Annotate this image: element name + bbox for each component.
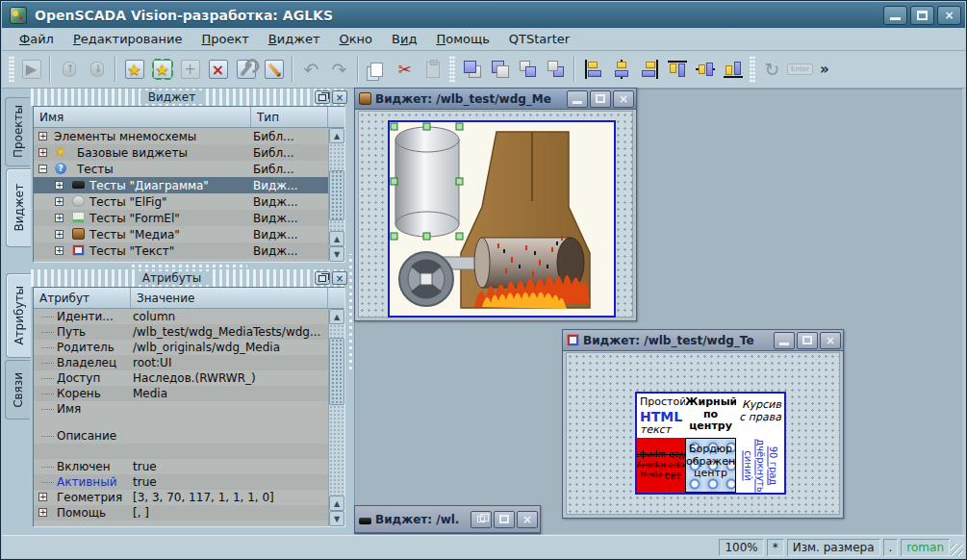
attribute-row[interactable]: Иденти...column [34,309,328,324]
expander-icon[interactable]: + [55,197,64,206]
tree-row[interactable]: + ★ Базовые виджеты Библ... [34,144,328,161]
menu-edit[interactable]: Редактирование [64,30,191,48]
scrollbar-thumb[interactable] [329,338,344,405]
attribute-row[interactable]: КореньMedia [34,386,328,401]
redo-button[interactable]: ↷ [326,56,352,83]
expander-icon[interactable]: − [38,165,47,173]
align-top-button[interactable] [664,56,690,83]
minimize-button[interactable] [567,90,588,108]
raise-top-button[interactable] [459,56,485,83]
minimize-button[interactable] [883,6,907,25]
dock-close-button[interactable]: × [332,271,347,285]
attribute-row[interactable]: Описание [34,428,328,444]
menu-view[interactable]: Вид [382,30,426,48]
attribute-row-clipped[interactable] [34,521,328,526]
tab-attributes[interactable]: Атрибуты [6,273,31,358]
new-widget-button[interactable]: ★ [121,56,147,83]
attribute-row[interactable]: ДоступНаследов.(RWRWR_) [34,370,328,386]
align-vcenter-button[interactable] [692,56,718,83]
mdi-window-titlebar[interactable]: Виджет: /wlb_test/wdg_Me × [355,89,636,110]
widget-edit-area[interactable] [358,111,633,318]
tree-row[interactable]: − ? Тесты Библ... [34,161,328,177]
tab-widget[interactable]: Виджет [6,168,31,247]
scrollbar-thumb[interactable] [329,170,344,220]
cut-button[interactable]: ✂ [392,56,418,83]
expander-icon[interactable]: + [55,181,64,190]
attribute-row[interactable]: Владелецroot:UI [34,355,328,370]
mdi-window-media[interactable]: Виджет: /wlb_test/wdg_Me × [354,88,637,321]
tree-row[interactable]: + Тесты "ElFig" Видж... [34,193,328,210]
mdi-window-titlebar[interactable]: Виджет: /wlb_test/wdg_Te × [563,330,843,351]
toolbar-drag-handle[interactable] [9,56,14,83]
new-library-button[interactable]: ★ [149,56,175,83]
lower-bottom-button[interactable] [487,56,513,83]
toolbar-drag-handle[interactable] [750,56,755,83]
run-widget-button[interactable]: ▶ [18,56,44,83]
expander-icon[interactable]: + [38,132,47,140]
align-right-button[interactable] [636,56,662,83]
restore-button[interactable] [471,511,492,528]
resize-grip[interactable] [951,544,963,556]
menu-project[interactable]: Проект [191,30,258,48]
expander-icon[interactable]: + [38,493,47,501]
copy-button[interactable] [364,56,390,83]
mdi-window-titlebar[interactable]: Виджет: /wl. × [355,506,540,533]
attribute-row[interactable]: +Помощь[, ] [34,505,328,521]
attributes-scrollbar[interactable]: ▲ ▲ ▼ [328,309,344,526]
mdi-window-text[interactable]: Виджет: /wlb_test/wdg_Te × Простой HTML … [562,329,844,519]
expander-icon[interactable]: + [38,148,47,157]
raise-button[interactable] [515,56,541,83]
tree-row[interactable]: + Тесты "FormEl" Видж... [34,210,328,226]
expander-icon[interactable]: + [55,246,64,255]
dock-mdi-splitter[interactable] [347,89,354,534]
dock-float-button[interactable] [315,90,330,104]
maximize-button[interactable] [494,511,515,528]
load-from-db-button[interactable]: ↑ [56,56,82,83]
close-button[interactable]: × [820,332,841,349]
zoom-level-field[interactable]: 100% [719,539,763,556]
attribute-row[interactable]: Включенtrue [34,459,328,474]
undo-button[interactable]: ↶ [298,56,324,83]
scroll-down-button[interactable]: ▼ [329,246,344,262]
add-widget-button[interactable]: + [177,56,203,83]
tree-row-selected[interactable]: + Тесты "Диаграмма" Видж... [34,177,328,193]
close-button[interactable]: × [517,511,538,528]
tab-links[interactable]: Связи [5,360,30,420]
align-bottom-button[interactable] [720,56,746,83]
widget-dock-titlebar[interactable]: Виджет × [31,89,347,106]
toolbar-overflow-button[interactable]: » [820,61,829,78]
expander-icon[interactable]: + [55,214,64,222]
menu-file[interactable]: Файл [10,30,64,48]
close-button[interactable]: × [613,90,634,108]
column-header-name[interactable]: Имя [34,107,251,127]
reload-button[interactable]: ↻ [759,56,785,83]
minimize-button[interactable] [774,332,795,349]
maximize-button[interactable] [797,332,818,349]
menu-qtstarter[interactable]: QTStarter [499,30,579,48]
delete-widget-button[interactable]: × [205,56,231,83]
dock-close-button[interactable]: × [332,90,347,104]
maximize-button[interactable] [590,90,611,108]
tab-projects[interactable]: Проекты [5,97,30,166]
widget-edit-area[interactable]: Простой HTML текст Жирный по центру Курс… [566,352,840,515]
title-bar[interactable]: OpenSCADA Vision-разработка: AGLKS × [2,2,965,28]
media-widget-canvas[interactable] [388,120,616,318]
save-to-db-button[interactable]: ↓ [84,56,110,83]
text-widget-canvas[interactable]: Простой HTML текст Жирный по центру Курс… [635,392,786,495]
enter-dialog-button[interactable]: Enter [787,56,813,83]
dock-float-button[interactable] [315,271,330,285]
tree-row[interactable]: + Тесты "Медиа" Видж... [34,226,328,242]
widget-properties-button[interactable] [233,56,259,83]
scroll-down-button[interactable]: ▼ [329,511,344,526]
attributes-dock-titlebar[interactable]: Атрибуты × [31,269,347,287]
menu-window[interactable]: Окно [329,30,382,48]
tree-scrollbar[interactable]: ▲ ▲ ▼ [328,128,344,262]
column-header-attribute[interactable]: Атрибут [34,288,131,308]
toolbar-drag-handle[interactable] [449,56,455,83]
user-field[interactable]: roman [901,539,950,556]
attribute-row[interactable]: +Геометрия[3, 3, 70, 117, 1, 1, 1, 0] [34,490,328,505]
maximize-button[interactable] [910,6,934,25]
align-left-button[interactable] [580,56,606,83]
column-header-type[interactable]: Тип [251,107,328,127]
paste-button[interactable] [420,56,445,83]
